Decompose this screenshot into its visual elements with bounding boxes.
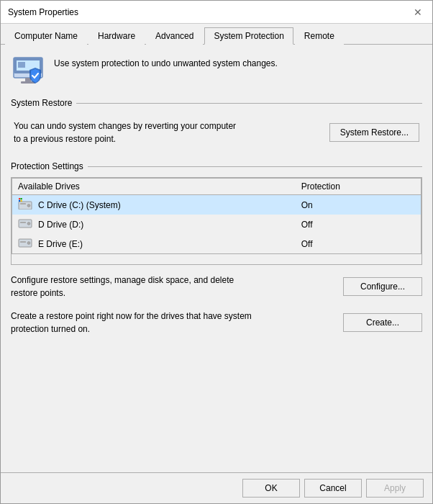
create-description: Create a restore point right now for the…	[11, 310, 255, 336]
create-row: Create a restore point right now for the…	[11, 310, 422, 336]
drive-e-cell: E Drive (E:)	[12, 234, 296, 254]
footer-buttons: OK Cancel Apply	[1, 472, 432, 503]
protection-settings-section: Protection Settings Available Drives Pro…	[11, 161, 422, 336]
configure-row: Configure restore settings, manage disk …	[11, 274, 422, 300]
close-button[interactable]: ✕	[411, 5, 425, 19]
table-header-row: Available Drives Protection	[12, 179, 421, 195]
system-protection-icon	[11, 53, 45, 88]
window-title: System Properties	[8, 7, 78, 17]
svg-point-18	[27, 242, 30, 245]
drive-d-cell: D Drive (D:)	[12, 215, 296, 234]
drive-d-protection: Off	[296, 215, 421, 234]
drive-e-label: E Drive (E:)	[38, 239, 83, 249]
system-restore-button[interactable]: System Restore...	[329, 123, 419, 142]
apply-button[interactable]: Apply	[366, 479, 424, 498]
create-button[interactable]: Create...	[343, 313, 422, 332]
content-area: Use system protection to undo unwanted s…	[1, 45, 432, 472]
table-row[interactable]: E Drive (E:) Off	[12, 234, 421, 254]
drive-c-icon	[18, 198, 34, 212]
system-restore-section: System Restore You can undo system chang…	[11, 98, 422, 151]
drive-c-protection: On	[296, 195, 421, 215]
protection-settings-title: Protection Settings	[11, 161, 422, 171]
svg-rect-19	[20, 241, 26, 243]
drives-table-wrap: Available Drives Protection	[11, 177, 422, 265]
tabs-bar: Computer Name Hardware Advanced System P…	[1, 24, 432, 45]
tab-system-protection[interactable]: System Protection	[204, 27, 293, 45]
drive-c-cell: C Drive (C:) (System)	[12, 195, 296, 215]
tab-remote[interactable]: Remote	[295, 27, 344, 45]
svg-rect-12	[19, 200, 20, 202]
configure-description: Configure restore settings, manage disk …	[11, 274, 255, 300]
drives-table: Available Drives Protection	[12, 178, 421, 254]
svg-rect-16	[20, 222, 26, 223]
drive-d-label: D Drive (D:)	[38, 220, 83, 230]
cancel-button[interactable]: Cancel	[304, 479, 362, 498]
table-row[interactable]: C Drive (C:) (System) On	[12, 195, 421, 215]
drive-e-protection: Off	[296, 234, 421, 254]
restore-box: You can undo system changes by reverting…	[11, 114, 422, 151]
drive-c-name: C Drive (C:) (System)	[18, 198, 290, 212]
tab-computer-name[interactable]: Computer Name	[5, 27, 87, 45]
restore-description: You can undo system changes by reverting…	[14, 120, 237, 145]
svg-point-15	[27, 222, 30, 225]
header-section: Use system protection to undo unwanted s…	[11, 53, 422, 88]
svg-point-7	[27, 204, 30, 207]
col-protection: Protection	[296, 179, 421, 195]
title-bar: System Properties ✕	[1, 1, 432, 24]
drive-d-icon	[18, 217, 34, 231]
svg-rect-11	[21, 198, 22, 199]
col-available-drives: Available Drives	[12, 179, 296, 195]
svg-rect-3	[18, 62, 25, 68]
ok-button[interactable]: OK	[242, 479, 300, 498]
configure-button[interactable]: Configure...	[343, 277, 422, 296]
system-restore-title: System Restore	[11, 98, 422, 108]
tab-advanced[interactable]: Advanced	[146, 27, 203, 45]
table-row[interactable]: D Drive (D:) Off	[12, 215, 421, 234]
drive-d-name: D Drive (D:)	[18, 217, 290, 231]
header-description: Use system protection to undo unwanted s…	[54, 53, 278, 70]
svg-rect-8	[20, 203, 26, 204]
svg-rect-10	[19, 198, 20, 199]
drive-e-icon	[18, 237, 34, 251]
drive-e-name: E Drive (E:)	[18, 237, 290, 251]
drive-c-label: C Drive (C:) (System)	[38, 200, 121, 210]
svg-rect-13	[21, 200, 22, 202]
tab-hardware[interactable]: Hardware	[88, 27, 145, 45]
system-properties-window: System Properties ✕ Computer Name Hardwa…	[0, 0, 433, 504]
